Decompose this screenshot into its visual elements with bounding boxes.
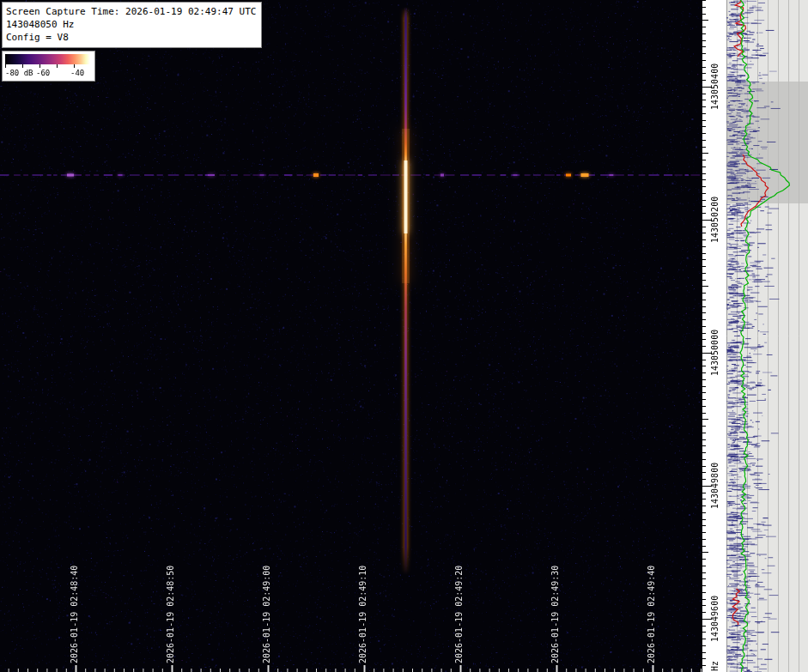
- colorbar-tick: [5, 64, 6, 68]
- colorbar-tick: [74, 64, 75, 68]
- waterfall-canvas: [0, 0, 702, 672]
- colorbar-tick: [39, 64, 40, 68]
- colorbar: -80 dB -60 -40: [2, 51, 95, 82]
- colorbar-labels: -80 dB -60 -40: [5, 69, 91, 79]
- capture-frequency-text: 143048050 Hz: [6, 18, 256, 31]
- capture-time-text: Screen Capture Time: 2026-01-19 02:49:47…: [6, 5, 256, 18]
- colorbar-gradient: [5, 54, 90, 64]
- colorbar-tick: [22, 64, 23, 68]
- capture-info-box: Screen Capture Time: 2026-01-19 02:49:47…: [2, 2, 262, 48]
- spectrogram-window: 2026-01-19 02:48:402026-01-19 02:48:5020…: [0, 0, 808, 672]
- colorbar-label-max: -40: [70, 69, 84, 77]
- colorbar-tick: [57, 64, 58, 68]
- colorbar-label-min: -80 dB: [5, 69, 33, 77]
- spectrum-panel-canvas: [726, 0, 808, 672]
- colorbar-label-mid: -60: [36, 69, 50, 77]
- frequency-axis-canvas: [702, 0, 726, 672]
- config-text: Config = V8: [6, 31, 256, 44]
